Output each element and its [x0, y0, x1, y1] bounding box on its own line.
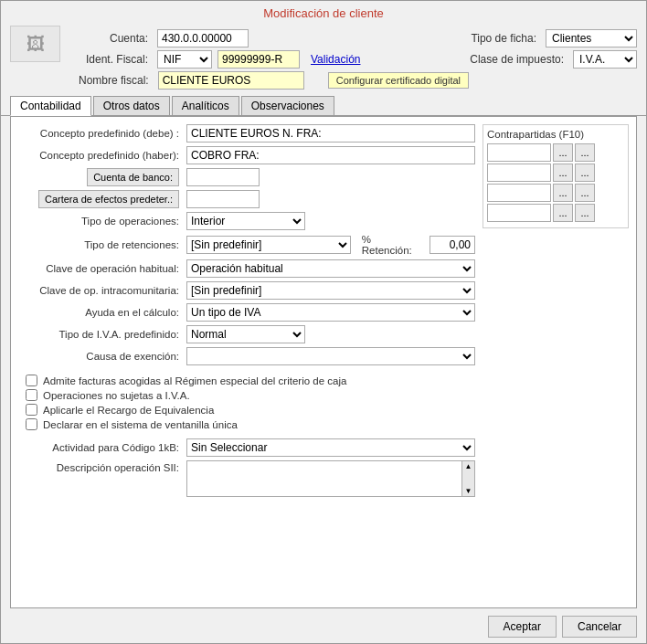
- panel-left: Concepto predefinido (debe) : Concepto p…: [18, 124, 475, 501]
- checkbox-recargo-equivalencia-label: Aplicarle el Recargo de Equivalencia: [43, 405, 214, 416]
- checkbox-ventanilla-unica[interactable]: [26, 418, 37, 430]
- tipo-iva-select[interactable]: Normal Reducido Superreducido Exento: [186, 325, 305, 343]
- clase-impuesto-select[interactable]: I.V.A. IRPF: [573, 50, 637, 69]
- ident-tipo-select[interactable]: NIF CIF: [157, 50, 212, 69]
- cp-browse-3[interactable]: ...: [553, 184, 573, 202]
- cuenta-label: Cuenta:: [79, 32, 152, 45]
- tipo-operaciones-select[interactable]: Interior Exterior Intracomunitario: [186, 212, 305, 230]
- tipo-iva-label: Tipo de I.V.A. predefinido:: [18, 329, 183, 340]
- cp-row-4: ... ...: [487, 204, 624, 222]
- panel-right: Contrapartidas (F10) ... ... ... ...: [483, 124, 629, 501]
- checkbox-row-1: Admite facturas acogidas al Régimen espe…: [26, 375, 475, 386]
- cp-account-4[interactable]: [487, 204, 551, 222]
- tipo-retenciones-label: Tipo de retenciones:: [18, 239, 183, 250]
- checkbox-criterio-caja-label: Admite facturas acogidas al Régimen espe…: [43, 375, 346, 386]
- cuenta-input[interactable]: [157, 29, 249, 48]
- tipo-retenciones-select[interactable]: [Sin predefinir]: [186, 236, 351, 254]
- checkbox-row-2: Operaciones no sujetas a I.V.A.: [26, 389, 475, 401]
- ayuda-calculo-select[interactable]: Un tipo de IVA: [186, 303, 475, 322]
- cancelar-button[interactable]: Cancelar: [562, 616, 637, 638]
- clave-intracomunitaria-label: Clave de op. intracomunitaria:: [18, 285, 183, 296]
- title-bar: Modificación de cliente: [1, 1, 646, 24]
- window-title: Modificación de cliente: [263, 6, 384, 20]
- cp-extra-2[interactable]: ...: [575, 164, 595, 182]
- clave-habitual-select[interactable]: Operación habitual: [186, 259, 475, 278]
- checkbox-criterio-caja[interactable]: [26, 375, 37, 386]
- ident-num-input[interactable]: [217, 50, 300, 69]
- retencion-label: % Retención:: [362, 234, 424, 256]
- ayuda-calculo-label: Ayuda en el cálculo:: [18, 307, 183, 318]
- cuenta-banco-button[interactable]: Cuenta de banco:: [87, 168, 179, 186]
- ident-fiscal-label: Ident. Fiscal:: [79, 53, 152, 66]
- tipo-ficha-select[interactable]: Clientes Proveedores: [546, 29, 637, 48]
- contrapartidas-box: Contrapartidas (F10) ... ... ... ...: [483, 124, 629, 228]
- tipo-operaciones-label: Tipo de operaciones:: [18, 216, 183, 227]
- clase-impuesto-label: Clase de impuesto:: [458, 53, 567, 66]
- concepto-haber-label: Concepto predefinido (haber):: [18, 150, 183, 161]
- scroll-down-icon[interactable]: ▼: [462, 487, 474, 495]
- cp-browse-1[interactable]: ...: [553, 143, 573, 162]
- checkbox-recargo-equivalencia[interactable]: [26, 404, 37, 416]
- tab-analiticos[interactable]: Analíticos: [172, 96, 239, 115]
- cp-account-1[interactable]: [487, 143, 551, 162]
- tab-contabilidad[interactable]: Contabilidad: [10, 96, 91, 116]
- tabs-bar: Contabilidad Otros datos Analíticos Obse…: [1, 96, 646, 116]
- logo-area: 🖼: [10, 26, 60, 62]
- clave-intracomunitaria-select[interactable]: [Sin predefinir]: [186, 281, 475, 300]
- nombre-fiscal-input[interactable]: [158, 71, 304, 90]
- tipo-ficha-label: Tipo de ficha:: [458, 32, 540, 45]
- cp-row-3: ... ...: [487, 184, 624, 202]
- main-panel: Concepto predefinido (debe) : Concepto p…: [10, 116, 637, 608]
- logo-icon: 🖼: [27, 34, 45, 55]
- cuenta-banco-input[interactable]: [186, 168, 260, 186]
- concepto-debe-input[interactable]: [186, 124, 475, 143]
- checkbox-no-sujetas[interactable]: [26, 389, 37, 401]
- checkbox-row-4: Declarar en el sistema de ventanilla úni…: [26, 418, 475, 430]
- bottom-bar: Aceptar Cancelar: [1, 612, 646, 643]
- tooltip-configurar: Configurar certificado digital: [328, 72, 469, 89]
- concepto-debe-label: Concepto predefinido (debe) :: [18, 128, 183, 139]
- validacion-link[interactable]: Validación: [311, 53, 360, 66]
- checkbox-no-sujetas-label: Operaciones no sujetas a I.V.A.: [43, 390, 190, 401]
- causa-exencion-select[interactable]: [186, 347, 475, 365]
- cartera-efectos-input[interactable]: [186, 190, 260, 208]
- cp-browse-2[interactable]: ...: [553, 164, 573, 182]
- clave-habitual-label: Clave de operación habitual:: [18, 263, 183, 274]
- actividad-select[interactable]: Sin Seleccionar: [186, 438, 475, 457]
- cp-account-2[interactable]: [487, 164, 551, 182]
- checkbox-row-3: Aplicarle el Recargo de Equivalencia: [26, 404, 475, 416]
- retencion-input[interactable]: [430, 236, 475, 254]
- cp-browse-4[interactable]: ...: [553, 204, 573, 222]
- scroll-up-icon[interactable]: ▲: [462, 462, 474, 470]
- aceptar-button[interactable]: Aceptar: [488, 616, 557, 638]
- tab-otros-datos[interactable]: Otros datos: [93, 96, 170, 115]
- cp-account-3[interactable]: [487, 184, 551, 202]
- cp-row-1: ... ...: [487, 143, 624, 162]
- cp-row-2: ... ...: [487, 164, 624, 182]
- checkbox-ventanilla-unica-label: Declarar en el sistema de ventanilla úni…: [43, 419, 238, 430]
- nombre-fiscal-label: Nombre fiscal:: [79, 74, 153, 87]
- contrapartidas-title: Contrapartidas (F10): [487, 129, 624, 140]
- descripcion-textarea[interactable]: [187, 461, 474, 496]
- causa-exencion-label: Causa de exención:: [18, 351, 183, 362]
- cp-extra-1[interactable]: ...: [575, 143, 595, 162]
- tab-observaciones[interactable]: Observaciones: [241, 96, 334, 115]
- cp-extra-4[interactable]: ...: [575, 204, 595, 222]
- concepto-haber-input[interactable]: [186, 146, 475, 164]
- cartera-efectos-button[interactable]: Cartera de efectos predeter.:: [38, 190, 179, 208]
- main-window: Modificación de cliente 🖼 Cuenta: Tipo d…: [0, 0, 647, 644]
- actividad-label: Actividad para Código 1kB:: [18, 442, 183, 453]
- cp-extra-3[interactable]: ...: [575, 184, 595, 202]
- descripcion-label: Descripción operación SII:: [18, 462, 183, 473]
